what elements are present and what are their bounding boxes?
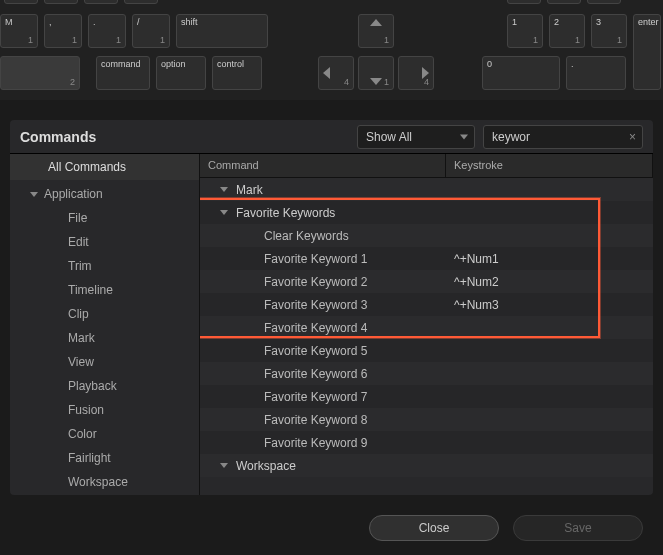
sidebar-item-color[interactable]: Color — [10, 422, 199, 446]
key-m[interactable]: M1 — [0, 14, 38, 48]
key-option[interactable]: option — [156, 56, 206, 90]
key-comma[interactable]: ,1 — [44, 14, 82, 48]
panel-title: Commands — [20, 129, 357, 145]
key-slash[interactable]: /1 — [132, 14, 170, 48]
chevron-down-icon — [220, 463, 228, 468]
sidebar-all-commands[interactable]: All Commands — [10, 154, 199, 180]
sidebar-root-application[interactable]: Application — [10, 182, 199, 206]
row-group-workspace[interactable]: Workspace — [200, 454, 653, 477]
sidebar-item-edit[interactable]: Edit — [10, 230, 199, 254]
sidebar-tree[interactable]: Application File Edit Trim Timeline Clip… — [10, 180, 199, 495]
key-num0[interactable]: 0 — [482, 56, 560, 90]
key-numdot[interactable]: . — [566, 56, 626, 90]
filter-dropdown[interactable]: Show All — [357, 125, 475, 149]
key-partial[interactable] — [507, 0, 541, 4]
key-arrow-right[interactable]: 4 — [398, 56, 434, 90]
key-period[interactable]: .1 — [88, 14, 126, 48]
header-command[interactable]: Command — [200, 154, 446, 177]
save-button: Save — [513, 515, 643, 541]
key-partial[interactable] — [44, 0, 78, 4]
chevron-down-icon — [460, 134, 468, 139]
chevron-down-icon — [30, 192, 38, 197]
row-fav-keyword-4[interactable]: Favorite Keyword 4 — [200, 316, 653, 339]
row-fav-keyword-6[interactable]: Favorite Keyword 6 — [200, 362, 653, 385]
dialog-footer: Close Save — [369, 515, 643, 541]
sidebar-item-fairlight[interactable]: Fairlight — [10, 446, 199, 470]
chevron-down-icon — [220, 187, 228, 192]
sidebar-item-mark[interactable]: Mark — [10, 326, 199, 350]
key-arrow-left[interactable]: 4 — [318, 56, 354, 90]
key-num2[interactable]: 21 — [549, 14, 585, 48]
table-body[interactable]: Mark Favorite Keywords Clear Keywords Fa… — [200, 178, 653, 495]
header-keystroke[interactable]: Keystroke — [446, 154, 653, 177]
sidebar-item-workspace[interactable]: Workspace — [10, 470, 199, 494]
key-num1[interactable]: 11 — [507, 14, 543, 48]
key-control[interactable]: control — [212, 56, 262, 90]
row-fav-keyword-1[interactable]: Favorite Keyword 1^+Num1 — [200, 247, 653, 270]
key-arrow-down[interactable]: 1 — [358, 56, 394, 90]
arrow-down-icon — [370, 78, 382, 85]
sidebar-item-timeline[interactable]: Timeline — [10, 278, 199, 302]
search-field[interactable]: × — [483, 125, 643, 149]
row-clear-keywords[interactable]: Clear Keywords — [200, 224, 653, 247]
keyboard-strip: M1 ,1 .1 /1 shift 1 11 21 31 enter 2 com… — [0, 0, 663, 100]
sidebar-item-clip[interactable]: Clip — [10, 302, 199, 326]
clear-search-icon[interactable]: × — [629, 130, 636, 144]
chevron-down-icon — [220, 210, 228, 215]
sidebar-item-view[interactable]: View — [10, 350, 199, 374]
close-button[interactable]: Close — [369, 515, 499, 541]
key-num3[interactable]: 31 — [591, 14, 627, 48]
row-fav-keyword-5[interactable]: Favorite Keyword 5 — [200, 339, 653, 362]
sidebar-item-fusion[interactable]: Fusion — [10, 398, 199, 422]
arrow-up-icon — [370, 19, 382, 26]
row-fav-keyword-3[interactable]: Favorite Keyword 3^+Num3 — [200, 293, 653, 316]
sidebar-item-trim[interactable]: Trim — [10, 254, 199, 278]
key-partial[interactable] — [4, 0, 38, 4]
row-group-favorite-keywords[interactable]: Favorite Keywords — [200, 201, 653, 224]
row-fav-keyword-9[interactable]: Favorite Keyword 9 — [200, 431, 653, 454]
row-fav-keyword-2[interactable]: Favorite Keyword 2^+Num2 — [200, 270, 653, 293]
key-partial[interactable] — [124, 0, 158, 4]
key-partial[interactable] — [547, 0, 581, 4]
commands-table: Command Keystroke Mark Favorite Keywords… — [200, 154, 653, 495]
key-arrow-up[interactable]: 1 — [358, 14, 394, 48]
search-input[interactable] — [492, 130, 634, 144]
row-group-mark[interactable]: Mark — [200, 178, 653, 201]
table-header: Command Keystroke — [200, 154, 653, 178]
row-fav-keyword-8[interactable]: Favorite Keyword 8 — [200, 408, 653, 431]
sidebar-item-file[interactable]: File — [10, 206, 199, 230]
key-command[interactable]: command — [96, 56, 150, 90]
key-enter[interactable]: enter — [633, 14, 661, 90]
commands-panel: Commands Show All × All Commands Applica… — [10, 120, 653, 495]
key-big-blank[interactable]: 2 — [0, 56, 80, 90]
key-shift[interactable]: shift — [176, 14, 268, 48]
sidebar-item-playback[interactable]: Playback — [10, 374, 199, 398]
row-fav-keyword-7[interactable]: Favorite Keyword 7 — [200, 385, 653, 408]
arrow-left-icon — [323, 67, 330, 79]
filter-label: Show All — [366, 130, 412, 144]
commands-sidebar: All Commands Application File Edit Trim … — [10, 154, 200, 495]
key-partial[interactable] — [587, 0, 621, 4]
key-partial[interactable] — [84, 0, 118, 4]
